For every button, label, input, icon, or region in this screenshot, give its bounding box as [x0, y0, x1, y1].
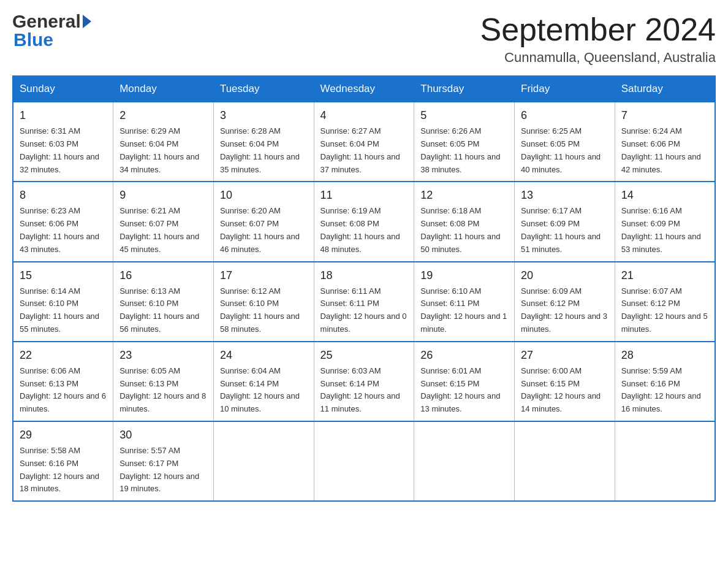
calendar-day-cell: 17Sunrise: 6:12 AMSunset: 6:10 PMDayligh… — [213, 262, 314, 342]
logo-general-text: General — [12, 12, 81, 31]
logo-arrow-icon — [83, 15, 91, 28]
day-number: 29 — [20, 427, 107, 443]
col-friday: Friday — [515, 76, 615, 102]
day-info: Sunrise: 6:03 AMSunset: 6:14 PMDaylight:… — [320, 365, 408, 416]
calendar-day-cell: 28Sunrise: 5:59 AMSunset: 6:16 PMDayligh… — [615, 342, 715, 421]
day-number: 11 — [320, 187, 408, 204]
calendar-day-cell: 2Sunrise: 6:29 AMSunset: 6:04 PMDaylight… — [113, 102, 214, 182]
day-number: 7 — [621, 107, 708, 124]
day-number: 17 — [220, 267, 308, 284]
day-number: 9 — [119, 187, 207, 204]
calendar-day-cell: 10Sunrise: 6:20 AMSunset: 6:07 PMDayligh… — [213, 182, 314, 261]
calendar-day-cell: 14Sunrise: 6:16 AMSunset: 6:09 PMDayligh… — [615, 182, 715, 261]
calendar-day-cell: 24Sunrise: 6:04 AMSunset: 6:14 PMDayligh… — [213, 342, 314, 421]
calendar-day-cell: 22Sunrise: 6:06 AMSunset: 6:13 PMDayligh… — [13, 342, 113, 421]
day-info: Sunrise: 6:18 AMSunset: 6:08 PMDaylight:… — [420, 205, 508, 256]
day-number: 3 — [220, 107, 308, 124]
day-number: 23 — [119, 347, 207, 364]
col-sunday: Sunday — [13, 76, 113, 102]
day-info: Sunrise: 6:25 AMSunset: 6:05 PMDaylight:… — [521, 125, 609, 176]
day-number: 22 — [20, 347, 107, 364]
day-number: 2 — [119, 107, 207, 124]
day-number: 28 — [621, 347, 708, 364]
day-number: 19 — [420, 267, 508, 284]
calendar-day-cell — [314, 421, 414, 501]
day-info: Sunrise: 6:09 AMSunset: 6:12 PMDaylight:… — [521, 285, 609, 336]
calendar-day-cell: 30Sunrise: 5:57 AMSunset: 6:17 PMDayligh… — [113, 421, 214, 501]
day-number: 5 — [420, 107, 508, 124]
col-wednesday: Wednesday — [314, 76, 414, 102]
calendar-day-cell: 8Sunrise: 6:23 AMSunset: 6:06 PMDaylight… — [13, 182, 113, 261]
calendar-day-cell: 21Sunrise: 6:07 AMSunset: 6:12 PMDayligh… — [615, 262, 715, 342]
calendar-day-cell: 19Sunrise: 6:10 AMSunset: 6:11 PMDayligh… — [414, 262, 515, 342]
calendar-week-row: 29Sunrise: 5:58 AMSunset: 6:16 PMDayligh… — [13, 421, 715, 501]
col-tuesday: Tuesday — [213, 76, 314, 102]
title-area: September 2024 Cunnamulla, Queensland, A… — [480, 12, 716, 66]
calendar-day-cell: 16Sunrise: 6:13 AMSunset: 6:10 PMDayligh… — [113, 262, 214, 342]
day-info: Sunrise: 6:21 AMSunset: 6:07 PMDaylight:… — [119, 205, 207, 256]
col-saturday: Saturday — [615, 76, 715, 102]
calendar-table: Sunday Monday Tuesday Wednesday Thursday… — [12, 75, 716, 502]
month-title: September 2024 — [480, 12, 716, 47]
calendar-day-cell: 15Sunrise: 6:14 AMSunset: 6:10 PMDayligh… — [13, 262, 113, 342]
day-info: Sunrise: 6:06 AMSunset: 6:13 PMDaylight:… — [20, 365, 107, 416]
page-header: General Blue September 2024 Cunnamulla, … — [12, 12, 716, 66]
calendar-day-cell — [213, 421, 314, 501]
day-info: Sunrise: 5:57 AMSunset: 6:17 PMDaylight:… — [119, 445, 207, 496]
calendar-day-cell — [615, 421, 715, 501]
day-info: Sunrise: 6:01 AMSunset: 6:15 PMDaylight:… — [420, 365, 508, 416]
calendar-week-row: 1Sunrise: 6:31 AMSunset: 6:03 PMDaylight… — [13, 102, 715, 182]
calendar-day-cell: 11Sunrise: 6:19 AMSunset: 6:08 PMDayligh… — [314, 182, 414, 261]
day-info: Sunrise: 6:23 AMSunset: 6:06 PMDaylight:… — [20, 205, 107, 256]
day-number: 18 — [320, 267, 408, 284]
day-info: Sunrise: 6:10 AMSunset: 6:11 PMDaylight:… — [420, 285, 508, 336]
calendar-day-cell: 4Sunrise: 6:27 AMSunset: 6:04 PMDaylight… — [314, 102, 414, 182]
calendar-day-cell: 5Sunrise: 6:26 AMSunset: 6:05 PMDaylight… — [414, 102, 515, 182]
day-info: Sunrise: 6:13 AMSunset: 6:10 PMDaylight:… — [119, 285, 207, 336]
calendar-day-cell — [414, 421, 515, 501]
calendar-day-cell: 12Sunrise: 6:18 AMSunset: 6:08 PMDayligh… — [414, 182, 515, 261]
calendar-day-cell: 13Sunrise: 6:17 AMSunset: 6:09 PMDayligh… — [515, 182, 615, 261]
calendar-day-cell: 18Sunrise: 6:11 AMSunset: 6:11 PMDayligh… — [314, 262, 414, 342]
day-info: Sunrise: 6:05 AMSunset: 6:13 PMDaylight:… — [119, 365, 207, 416]
calendar-header-row: Sunday Monday Tuesday Wednesday Thursday… — [13, 76, 715, 102]
day-number: 26 — [420, 347, 508, 364]
day-info: Sunrise: 6:20 AMSunset: 6:07 PMDaylight:… — [220, 205, 308, 256]
day-info: Sunrise: 6:00 AMSunset: 6:15 PMDaylight:… — [521, 365, 609, 416]
day-number: 20 — [521, 267, 609, 284]
calendar-day-cell: 25Sunrise: 6:03 AMSunset: 6:14 PMDayligh… — [314, 342, 414, 421]
calendar-week-row: 22Sunrise: 6:06 AMSunset: 6:13 PMDayligh… — [13, 342, 715, 421]
day-number: 14 — [621, 187, 708, 204]
day-info: Sunrise: 6:27 AMSunset: 6:04 PMDaylight:… — [320, 125, 408, 176]
day-info: Sunrise: 6:12 AMSunset: 6:10 PMDaylight:… — [220, 285, 308, 336]
day-info: Sunrise: 6:16 AMSunset: 6:09 PMDaylight:… — [621, 205, 708, 256]
calendar-day-cell: 7Sunrise: 6:24 AMSunset: 6:06 PMDaylight… — [615, 102, 715, 182]
day-number: 15 — [20, 267, 107, 284]
day-number: 6 — [521, 107, 609, 124]
day-info: Sunrise: 6:14 AMSunset: 6:10 PMDaylight:… — [20, 285, 107, 336]
day-info: Sunrise: 6:26 AMSunset: 6:05 PMDaylight:… — [420, 125, 508, 176]
calendar-day-cell: 29Sunrise: 5:58 AMSunset: 6:16 PMDayligh… — [13, 421, 113, 501]
day-number: 25 — [320, 347, 408, 364]
day-number: 16 — [119, 267, 207, 284]
calendar-day-cell: 27Sunrise: 6:00 AMSunset: 6:15 PMDayligh… — [515, 342, 615, 421]
calendar-day-cell: 1Sunrise: 6:31 AMSunset: 6:03 PMDaylight… — [13, 102, 113, 182]
day-info: Sunrise: 5:59 AMSunset: 6:16 PMDaylight:… — [621, 365, 708, 416]
day-info: Sunrise: 6:31 AMSunset: 6:03 PMDaylight:… — [20, 125, 107, 176]
col-monday: Monday — [113, 76, 214, 102]
calendar-week-row: 15Sunrise: 6:14 AMSunset: 6:10 PMDayligh… — [13, 262, 715, 342]
calendar-day-cell: 23Sunrise: 6:05 AMSunset: 6:13 PMDayligh… — [113, 342, 214, 421]
logo-blue-text: Blue — [13, 31, 53, 49]
location-subtitle: Cunnamulla, Queensland, Australia — [480, 50, 716, 66]
calendar-week-row: 8Sunrise: 6:23 AMSunset: 6:06 PMDaylight… — [13, 182, 715, 261]
day-info: Sunrise: 6:04 AMSunset: 6:14 PMDaylight:… — [220, 365, 308, 416]
day-number: 24 — [220, 347, 308, 364]
day-info: Sunrise: 6:19 AMSunset: 6:08 PMDaylight:… — [320, 205, 408, 256]
calendar-day-cell: 20Sunrise: 6:09 AMSunset: 6:12 PMDayligh… — [515, 262, 615, 342]
day-number: 10 — [220, 187, 308, 204]
day-info: Sunrise: 6:07 AMSunset: 6:12 PMDaylight:… — [621, 285, 708, 336]
logo: General Blue — [12, 12, 91, 49]
calendar-day-cell: 9Sunrise: 6:21 AMSunset: 6:07 PMDaylight… — [113, 182, 214, 261]
day-info: Sunrise: 6:11 AMSunset: 6:11 PMDaylight:… — [320, 285, 408, 336]
day-info: Sunrise: 6:17 AMSunset: 6:09 PMDaylight:… — [521, 205, 609, 256]
